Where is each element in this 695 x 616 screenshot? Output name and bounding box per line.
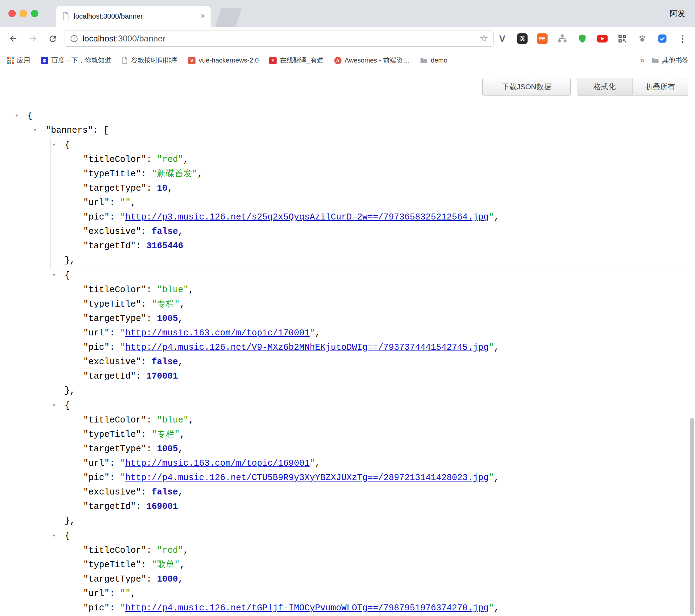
json-punctuation: " [120, 212, 125, 222]
json-punctuation: , [180, 560, 185, 570]
json-punctuation: : [141, 560, 152, 570]
youtube-extension-icon[interactable] [596, 32, 609, 45]
security-extension-icon[interactable] [656, 32, 669, 45]
zoom-window-button[interactable] [31, 10, 38, 17]
collapse-toggle-icon[interactable]: ▼ [53, 529, 55, 543]
json-key: "url" [83, 198, 110, 208]
collapse-toggle-icon[interactable]: ▼ [53, 268, 55, 283]
collapse-toggle-icon[interactable]: ▼ [34, 123, 36, 138]
json-punctuation: , [315, 328, 320, 338]
json-array-item: ▼{"titleColor": "red","typeTitle": "新碟首发… [50, 138, 688, 268]
bookmark-apps[interactable]: 应用 [7, 56, 30, 65]
json-key: "titleColor" [83, 285, 146, 295]
json-row: "pic": "http://p4.music.126.net/V9-MXz6b… [51, 340, 688, 355]
browser-tab[interactable]: localhost:3000/banner × [56, 6, 211, 27]
translate-extension-icon[interactable]: 英 [516, 32, 529, 45]
json-string-value: "歌单" [152, 560, 180, 570]
collapse-toggle-icon[interactable]: ▼ [15, 109, 18, 123]
profile-name[interactable]: 阿发 [670, 8, 685, 19]
vimium-extension-icon[interactable]: V [496, 32, 509, 45]
bookmark-google-sort[interactable]: 谷歌按时间排序 [122, 56, 178, 65]
new-tab-button[interactable] [215, 8, 242, 27]
json-link[interactable]: http://p4.music.126.net/tGPljf-IMOCyPvum… [125, 603, 489, 613]
extensions-row: V 英 FE [496, 30, 689, 47]
json-row: "url": "", [51, 196, 688, 210]
json-array-item: ▼{"titleColor": "blue","typeTitle": "专栏"… [50, 398, 688, 529]
bookmarks-overflow-chevron[interactable]: » [640, 56, 644, 65]
json-key: "url" [83, 589, 110, 599]
json-punctuation: : [110, 589, 120, 599]
bookmark-label: vue-hackernews-2.0 [199, 57, 259, 64]
tab-close-icon[interactable]: × [200, 12, 205, 21]
json-key: "titleColor" [83, 415, 146, 425]
json-punctuation: : [146, 574, 157, 584]
collapse-all-button[interactable]: 折叠所有 [633, 78, 688, 96]
shield-extension-icon[interactable] [576, 32, 589, 45]
json-punctuation: " [310, 328, 315, 338]
json-link[interactable]: http://p3.music.126.net/s25q2x5QyqsAzilC… [125, 212, 489, 222]
json-punctuation: , [494, 473, 499, 483]
json-row: ▼{ [51, 268, 688, 283]
json-punctuation: : [146, 155, 157, 165]
json-key: "pic" [83, 473, 110, 483]
json-link[interactable]: http://p4.music.126.net/V9-MXz6b2MNhEKju… [125, 342, 489, 353]
json-punctuation: : [110, 458, 120, 468]
browser-menu-icon[interactable] [676, 32, 689, 45]
json-key: "targetId" [83, 371, 136, 381]
close-window-button[interactable] [8, 10, 16, 17]
bookmark-star-icon[interactable]: ☆ [479, 34, 488, 44]
json-row: "targetType": 1005, [51, 442, 688, 456]
address-bar[interactable]: localhost:3000/banner ☆ [65, 31, 494, 47]
json-punctuation: : [141, 430, 152, 440]
json-row: "url": "", [51, 586, 688, 601]
json-row: "exclusive": false, [51, 224, 688, 239]
bookmark-folder-other[interactable]: 其他书签 [651, 56, 689, 65]
qrcode-extension-icon[interactable] [616, 32, 629, 45]
json-punctuation: : [110, 342, 120, 353]
collapse-toggle-icon[interactable]: ▼ [53, 138, 55, 152]
forward-icon[interactable] [27, 33, 39, 44]
page-content: 下载JSON数据 格式化 折叠所有 ▼{▼"banners": [▼{"titl… [0, 70, 695, 616]
json-link[interactable]: http://music.163.com/m/topic/170001 [125, 328, 310, 338]
site-info-icon[interactable] [70, 34, 78, 43]
bookmark-youdao-translate[interactable]: Y 在线翻译_有道 [269, 56, 324, 65]
json-punctuation: " [120, 458, 125, 468]
browser-window: localhost:3000/banner × 阿发 localhost:300… [0, 0, 695, 616]
folder-icon [651, 57, 659, 64]
bookmark-awesomes[interactable]: A Awesomes - 前端资… [334, 56, 410, 65]
bookmark-vue-hackernews[interactable]: V vue-hackernews-2.0 [188, 57, 259, 64]
fe-extension-icon[interactable]: FE [536, 32, 549, 45]
sitemap-extension-icon[interactable] [556, 32, 569, 45]
json-punctuation: , [178, 357, 183, 367]
bookmark-baidu[interactable]: 百度一下，你就知道 [41, 56, 111, 65]
json-number-value: 1005 [157, 314, 178, 324]
json-punctuation: : [146, 285, 157, 295]
json-boolean-value: false [152, 227, 178, 237]
collapse-toggle-icon[interactable]: ▼ [53, 399, 55, 413]
minimize-window-button[interactable] [20, 10, 27, 17]
reload-icon[interactable] [47, 33, 58, 44]
bookmark-folder-demo[interactable]: demo [420, 57, 448, 64]
json-punctuation: : [136, 241, 146, 251]
json-punctuation: " [120, 473, 125, 483]
json-punctuation: : [141, 357, 152, 367]
json-row: "targetType": 1000, [51, 572, 688, 586]
json-row: "exclusive": false, [51, 485, 688, 499]
paw-extension-icon[interactable] [636, 32, 649, 45]
json-punctuation: : [146, 183, 157, 194]
back-icon[interactable] [8, 33, 19, 44]
json-link[interactable]: http://p4.music.126.net/CTU5B9R9y3XyYBZX… [125, 473, 489, 483]
json-string-value: "red" [157, 545, 183, 556]
vertical-scrollbar-thumb[interactable] [690, 418, 694, 615]
json-punctuation: , [180, 299, 185, 309]
json-punctuation: " [120, 342, 125, 353]
json-punctuation: , [494, 342, 499, 353]
json-key: "pic" [83, 603, 110, 613]
json-key: "url" [83, 458, 110, 468]
format-button[interactable]: 格式化 [577, 78, 633, 96]
json-string-value: "red" [157, 155, 183, 165]
json-punctuation: , [178, 574, 183, 584]
download-json-button[interactable]: 下载JSON数据 [482, 78, 571, 96]
json-punctuation: , [178, 487, 183, 497]
json-link[interactable]: http://music.163.com/m/topic/169001 [125, 458, 310, 468]
